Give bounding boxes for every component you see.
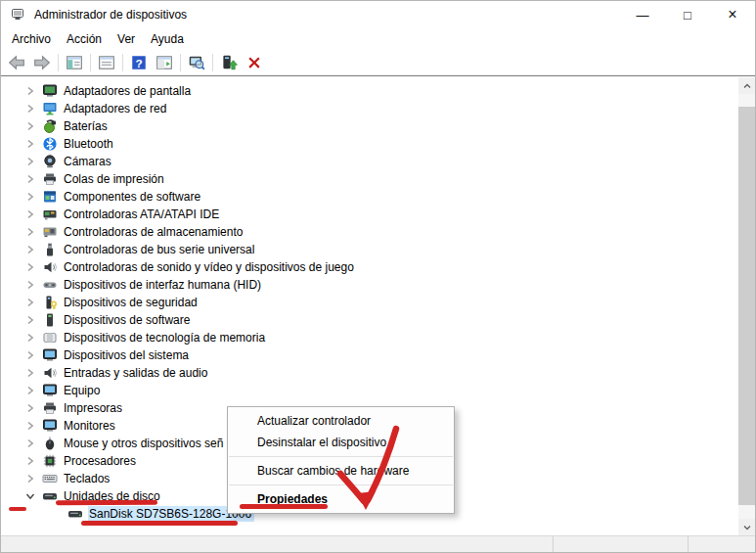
vertical-scrollbar[interactable] xyxy=(738,77,755,535)
back-icon xyxy=(8,54,25,71)
chevron-collapsed-icon[interactable] xyxy=(22,227,38,237)
tree-item-dispositivos-de-tecnologia-de-memoria[interactable]: Dispositivos de tecnología de memoria xyxy=(1,329,740,346)
software-component-icon xyxy=(42,189,58,205)
back-icon[interactable] xyxy=(4,51,29,74)
chevron-expanded-icon[interactable] xyxy=(22,491,38,501)
tree-item-controladoras-ata-atapi-ide[interactable]: Controladoras ATA/ATAPI IDE xyxy=(1,206,740,223)
chevron-collapsed-icon[interactable] xyxy=(22,174,38,184)
chevron-collapsed-icon[interactable] xyxy=(22,121,38,131)
menu-accion[interactable]: Acción xyxy=(59,29,110,49)
chevron-collapsed-icon[interactable] xyxy=(22,280,38,290)
tree-item-label: Controladoras ATA/ATAPI IDE xyxy=(63,207,222,222)
chevron-collapsed-icon[interactable] xyxy=(22,386,38,395)
chevron-collapsed-icon[interactable] xyxy=(22,333,38,343)
tree-item-label: Componentes de software xyxy=(63,189,203,205)
menu-item-buscar-cambios-de-hardware[interactable]: Buscar cambios de hardware xyxy=(228,460,454,482)
chevron-collapsed-icon[interactable] xyxy=(22,403,38,413)
action-pane-icon xyxy=(156,54,173,71)
tree-item-controladoras-de-almacenamiento[interactable]: Controladoras de almacenamiento xyxy=(1,223,740,241)
menu-item-desinstalar-el-dispositivo[interactable]: Desinstalar el dispositivo xyxy=(228,432,454,453)
tree-item-label: Adaptadores de red xyxy=(63,101,169,116)
toolbar-separator xyxy=(122,54,123,71)
tree-item-label: Cámaras xyxy=(63,154,114,169)
uninstall-device-icon[interactable] xyxy=(242,51,267,74)
window-title: Administrador de dispositivos xyxy=(34,8,187,22)
statusbar-divider xyxy=(688,536,689,552)
tree-item-adaptadores-de-red[interactable]: Adaptadores de red xyxy=(1,100,740,117)
chevron-collapsed-icon[interactable] xyxy=(22,192,38,202)
tree-item-dispositivos-de-software[interactable]: Dispositivos de software xyxy=(1,311,740,329)
tree-item-dispositivos-de-seguridad[interactable]: Dispositivos de seguridad xyxy=(1,294,740,311)
properties-icon[interactable] xyxy=(94,51,119,74)
chevron-collapsed-icon[interactable] xyxy=(22,104,38,114)
chevron-collapsed-icon[interactable] xyxy=(22,157,38,166)
camera-icon xyxy=(42,154,58,169)
tree-item-bluetooth[interactable]: Bluetooth xyxy=(1,135,740,153)
menu-item-actualizar-controlador[interactable]: Actualizar controlador xyxy=(228,410,454,432)
chevron-collapsed-icon[interactable] xyxy=(22,456,38,466)
device-manager-window: Administrador de dispositivos — □ × Arch… xyxy=(0,0,756,553)
chevron-collapsed-icon[interactable] xyxy=(22,298,38,307)
menu-ayuda[interactable]: Ayuda xyxy=(143,29,192,49)
mouse-icon xyxy=(42,436,58,451)
computer-icon xyxy=(42,383,58,398)
chevron-collapsed-icon[interactable] xyxy=(22,315,38,325)
chevron-collapsed-icon[interactable] xyxy=(22,421,38,431)
tree-item-equipo[interactable]: Equipo xyxy=(1,382,740,399)
software-device-icon xyxy=(42,312,58,328)
scrollbar-down-icon[interactable] xyxy=(738,519,755,535)
show-console-tree-icon[interactable] xyxy=(62,51,87,74)
menu-item-propiedades[interactable]: Propiedades xyxy=(228,488,454,510)
chevron-collapsed-icon[interactable] xyxy=(22,139,38,149)
scrollbar-thumb[interactable] xyxy=(738,107,755,505)
tree-item-componentes-de-software[interactable]: Componentes de software xyxy=(1,188,740,206)
tree-item-label: Dispositivos de seguridad xyxy=(63,295,200,310)
forward-icon[interactable] xyxy=(29,51,55,74)
chevron-collapsed-icon[interactable] xyxy=(22,368,38,378)
close-button[interactable]: × xyxy=(710,1,755,28)
tree-item-adaptadores-de-pantalla[interactable]: Adaptadores de pantalla xyxy=(1,82,740,100)
menu-archivo[interactable]: Archivo xyxy=(4,29,59,49)
tree-item-label: Controladoras de bus serie universal xyxy=(63,242,257,257)
chevron-collapsed-icon[interactable] xyxy=(22,209,38,219)
chevron-collapsed-icon[interactable] xyxy=(22,262,38,272)
chevron-collapsed-icon[interactable] xyxy=(22,438,38,448)
status-bar xyxy=(1,535,755,552)
tree-item-label: Dispositivos del sistema xyxy=(63,347,192,363)
hid-icon xyxy=(42,277,58,293)
display-adapter-icon xyxy=(42,83,58,99)
tree-item-controladoras-de-sonido-y-video-y-dispositivos-de-juego[interactable]: Controladoras de sonido y vídeo y dispos… xyxy=(1,258,740,276)
audio-io-icon xyxy=(42,365,58,381)
chevron-collapsed-icon[interactable] xyxy=(22,350,38,360)
tree-item-camaras[interactable]: Cámaras xyxy=(1,153,740,170)
action-pane-icon[interactable] xyxy=(152,51,177,74)
menu-ver[interactable]: Ver xyxy=(110,29,143,49)
menu-separator xyxy=(229,484,453,485)
tree-item-baterias[interactable]: Baterías xyxy=(1,117,740,135)
chevron-collapsed-icon[interactable] xyxy=(22,86,38,96)
tree-item-entradas-y-salidas-de-audio[interactable]: Entradas y salidas de audio xyxy=(1,364,740,382)
tree-item-colas-de-impresion[interactable]: Colas de impresión xyxy=(1,170,740,188)
tree-item-label: Controladoras de sonido y vídeo y dispos… xyxy=(63,259,357,275)
tree-item-dispositivos-del-sistema[interactable]: Dispositivos del sistema xyxy=(1,346,740,364)
update-driver-icon xyxy=(220,54,238,71)
tree-item-label: Teclados xyxy=(63,471,112,486)
tree-item-label: Entradas y salidas de audio xyxy=(63,365,210,381)
scan-hardware-changes-icon[interactable] xyxy=(184,51,209,74)
help-icon[interactable] xyxy=(126,51,152,74)
minimize-button[interactable]: — xyxy=(620,1,665,28)
tree-item-label: Bluetooth xyxy=(63,136,116,152)
scrollbar-up-icon[interactable] xyxy=(738,77,755,94)
tree-item-label: Adaptadores de pantalla xyxy=(63,83,194,99)
tree-item-controladoras-de-bus-serie-universal[interactable]: Controladoras de bus serie universal xyxy=(1,241,740,258)
tree-item-label: Colas de impresión xyxy=(63,171,167,187)
maximize-button[interactable]: □ xyxy=(665,1,710,28)
tree-item-dispositivos-de-interfaz-humana-hid[interactable]: Dispositivos de interfaz humana (HID) xyxy=(1,276,740,294)
network-adapter-icon xyxy=(42,101,58,116)
tree-item-label: Mouse y otros dispositivos señ xyxy=(63,436,226,451)
update-driver-icon[interactable] xyxy=(216,51,242,74)
chevron-collapsed-icon[interactable] xyxy=(22,474,38,484)
ata-controller-icon xyxy=(42,207,58,222)
chevron-collapsed-icon[interactable] xyxy=(22,245,38,254)
storage-controller-icon xyxy=(42,224,58,240)
